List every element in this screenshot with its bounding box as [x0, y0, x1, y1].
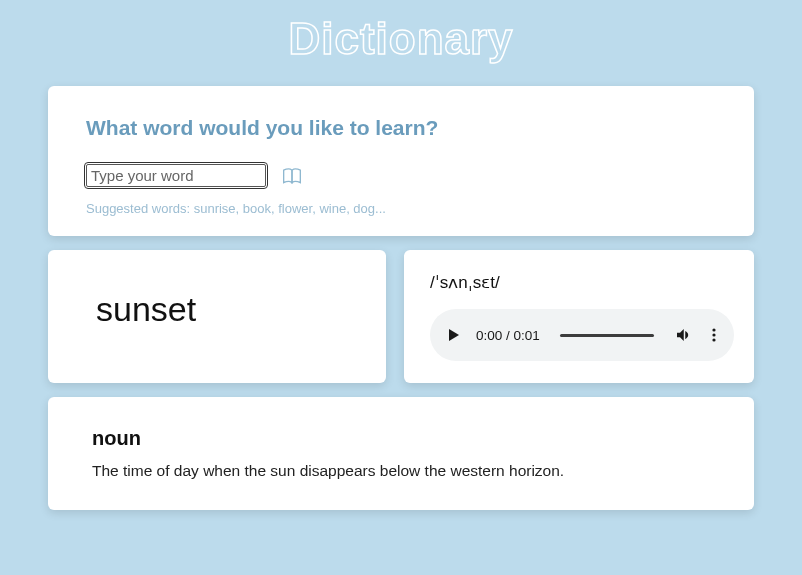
svg-point-2 [712, 338, 715, 341]
audio-track[interactable] [560, 334, 654, 337]
svg-point-1 [712, 333, 715, 336]
volume-icon[interactable] [674, 326, 692, 344]
audio-card: /ˈsʌnˌsɛt/ 0:00 / 0:01 [404, 250, 754, 383]
app-title: Dictionary [48, 0, 754, 86]
result-word: sunset [96, 290, 338, 329]
search-input[interactable] [86, 164, 266, 187]
definition-card: noun The time of day when the sun disapp… [48, 397, 754, 510]
play-icon[interactable] [446, 327, 462, 343]
audio-player: 0:00 / 0:01 [430, 309, 734, 361]
suggested-words: Suggested words: sunrise, book, flower, … [86, 201, 716, 216]
book-icon[interactable] [282, 167, 302, 185]
kebab-menu-icon[interactable] [706, 327, 722, 343]
svg-point-0 [712, 328, 715, 331]
search-prompt: What word would you like to learn? [86, 116, 716, 140]
phonetic-text: /ˈsʌnˌsɛt/ [430, 272, 734, 293]
definition-text: The time of day when the sun disappears … [92, 462, 710, 480]
word-card: sunset [48, 250, 386, 383]
part-of-speech: noun [92, 427, 710, 450]
search-card: What word would you like to learn? Sugge… [48, 86, 754, 236]
audio-time: 0:00 / 0:01 [476, 328, 540, 343]
